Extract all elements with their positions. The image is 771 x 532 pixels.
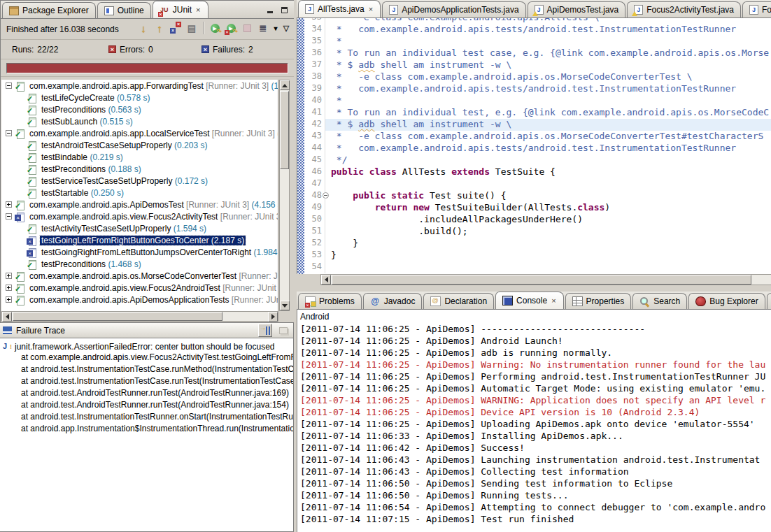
collapse-icon[interactable] [6, 130, 12, 136]
rerun-failed-first-icon[interactable]: ▶×↷ [224, 20, 238, 36]
rerun-test-icon[interactable]: ▶↷ [208, 20, 222, 36]
test-tree-row[interactable]: testActivityTestCaseSetUpProperly (1.594… [1, 222, 278, 234]
console-tab-properties[interactable]: Properties [565, 293, 632, 309]
test-tree-row[interactable]: com.example.android.apis.app.LocalServic… [1, 127, 278, 139]
test-tree-row[interactable]: testPreconditions (1.468 s) [1, 258, 278, 270]
test-tree-row[interactable]: com.example.android.apis.os.MorseCodeCon… [1, 270, 278, 282]
view-menu-icon[interactable]: ▽ [281, 20, 291, 36]
console-view[interactable]: Android [2011-07-14 11:06:25 - ApiDemos]… [297, 310, 771, 532]
console-tab-search[interactable]: Search [632, 293, 687, 309]
console-tab-label: Javadoc [384, 296, 416, 306]
test-tree-row[interactable]: testStartable (0.250 s) [1, 187, 278, 199]
dropdown-arrow-icon[interactable]: ▾ [272, 20, 279, 36]
test-tree-row[interactable]: testGoingRightFromLeftButtonJumpsOverCen… [1, 246, 278, 258]
test-tree-row[interactable]: testServiceTestCaseSetUpProperly (0.172 … [1, 175, 278, 187]
test-run-history-icon[interactable]: ≣ [256, 20, 270, 36]
collapse-icon[interactable] [6, 213, 12, 220]
code-text: */ [325, 154, 771, 166]
console-line: [2011-07-14 11:06:43 - ApiDemos] Collect… [297, 466, 771, 478]
view-menu-icon[interactable] [3, 326, 12, 334]
console-icon [502, 296, 513, 305]
view-tab-outline[interactable]: Outline [97, 2, 151, 18]
failure-trace-line[interactable]: at android.test.AndroidTestRunner.runTes… [0, 400, 293, 412]
scroll-right-icon[interactable] [268, 312, 278, 322]
expand-icon[interactable] [6, 285, 12, 291]
failure-trace-line[interactable]: Jjunit.framework.AssertionFailedError: c… [0, 340, 293, 352]
scrollbar-thumb[interactable] [332, 275, 751, 285]
scroll-left-icon[interactable] [321, 275, 331, 285]
java-editor[interactable]: 33 * -e class com.example.android.apis.A… [297, 18, 771, 274]
show-trace-in-console-icon[interactable] [258, 324, 272, 337]
view-tab-junit[interactable]: JUJUnit× [153, 1, 208, 18]
test-tree-row[interactable]: testLifeCycleCreate (0.578 s) [1, 92, 278, 103]
test-tree-row[interactable]: com.example.android.apis.view.Focus2Acti… [1, 210, 278, 222]
scrollbar-thumb[interactable] [13, 312, 222, 321]
line-number: 39 [304, 83, 325, 95]
console-tab-declaration[interactable]: Declaration [423, 293, 494, 309]
errors-counter: × Errors: 0 [108, 45, 196, 55]
console-line: [2011-07-14 11:06:54 - ApiDemos] Attempt… [297, 502, 771, 514]
editor-horizontal-scrollbar[interactable] [320, 274, 771, 285]
failure-trace-line[interactable]: at com.example.android.apis.view.Focus2A… [0, 352, 293, 364]
tree-vertical-scrollbar[interactable] [279, 80, 290, 311]
test-tree-row[interactable]: testAndroidTestCaseSetupProperly (0.203 … [1, 139, 278, 151]
fold-collapse-icon[interactable] [323, 192, 329, 199]
test-tree-row[interactable]: testGoingLeftFromRightButtonGoesToCenter… [1, 234, 278, 246]
close-icon[interactable]: × [195, 6, 201, 14]
console-tab-console[interactable]: Console× [495, 292, 563, 309]
console-tab-problems[interactable]: Problems [298, 293, 362, 309]
test-tree-row[interactable]: com.example.android.apis.ApiDemosTest [R… [1, 199, 278, 210]
test-tree-row[interactable]: com.example.android.apis.ApiDemosApplica… [1, 294, 278, 305]
expand-icon[interactable] [6, 273, 12, 279]
scroll-left-icon[interactable] [2, 312, 12, 322]
expand-icon[interactable] [6, 296, 12, 303]
test-tree-row[interactable]: testPreconditions (0.188 s) [1, 163, 278, 175]
line-number: 52 [304, 238, 325, 250]
editor-tab-Focus2ActivityTest-java[interactable]: JFocus2ActivityTest.java [627, 1, 741, 17]
tree-horizontal-scrollbar[interactable] [1, 311, 278, 322]
failures-only-icon[interactable]: ×× [169, 20, 183, 36]
failure-trace-body[interactable]: Jjunit.framework.AssertionFailedError: c… [0, 338, 294, 532]
previous-failure-icon[interactable]: ↑ [153, 20, 167, 36]
scroll-lock-icon[interactable]: ▤ [185, 20, 199, 36]
test-tree-row[interactable]: testBindable (0.219 s) [1, 151, 278, 163]
failure-trace-line[interactable]: at android.test.InstrumentationTestCase.… [0, 376, 293, 388]
editor-tab-ApiDemosApplicationTests-java[interactable]: JApiDemosApplicationTests.java [382, 1, 525, 17]
collapse-icon[interactable] [6, 82, 12, 89]
junit-assertion-icon: J [3, 342, 12, 351]
minimize-icon[interactable] [264, 5, 276, 15]
test-name: testLifeCycleCreate [41, 93, 117, 103]
console-tab-javadoc[interactable]: @Javadoc [363, 293, 423, 309]
stop-icon[interactable] [240, 20, 254, 36]
console-tab-bug-explorer[interactable]: Bug Explorer [688, 293, 765, 309]
code-line: 37 * $ adb shell am instrument -w \ [304, 59, 771, 71]
test-label: com.example.android.apis.app.LocalServic… [28, 129, 278, 138]
next-failure-icon[interactable]: ↓ [136, 20, 150, 36]
failure-trace-line[interactable]: at android.test.InstrumentationTestRunne… [0, 412, 293, 424]
maximize-icon[interactable] [278, 5, 290, 15]
scroll-down-icon[interactable] [280, 301, 290, 310]
close-icon[interactable]: × [551, 296, 556, 305]
test-tree-row[interactable]: com.example.android.apis.view.Focus2Andr… [1, 282, 278, 294]
failure-trace-line[interactable]: at android.app.Instrumentation$Instrumen… [0, 424, 293, 436]
junit-test-tree[interactable]: com.example.android.apis.app.ForwardingT… [1, 80, 278, 311]
console-line: [2011-07-14 11:06:25 - ApiDemos] Android… [297, 336, 771, 347]
console-tab-history[interactable]: History [767, 293, 771, 309]
test-tree-row[interactable]: com.example.android.apis.app.ForwardingT… [1, 80, 278, 92]
test-tree-row[interactable]: testSubLaunch (0.515 s) [1, 115, 278, 127]
failure-trace-line[interactable]: at android.test.InstrumentationTestCase.… [0, 364, 293, 376]
editor-tab-AllTests-java[interactable]: JAllTests.java× [298, 0, 381, 17]
scroll-up-icon[interactable] [280, 80, 290, 90]
expand-icon[interactable] [6, 201, 12, 208]
test-progress-bar [6, 63, 288, 73]
view-tab-package-explorer[interactable]: Package Explorer [2, 2, 96, 18]
junit-counters: Runs: 22/22 × Errors: 0 × Failures: 2 [1, 40, 294, 59]
close-icon[interactable]: × [368, 5, 374, 13]
scrollbar-thumb[interactable] [280, 91, 289, 169]
failure-trace-line[interactable]: at android.test.AndroidTestRunner.runTes… [0, 388, 293, 400]
test-name: com.example.android.apis.view.Focus2Acti… [29, 212, 220, 222]
junit-toolbar: ↓↑××▤▶↷▶×↷≣▾▽ [136, 20, 291, 36]
editor-tab-ApiDemosTest-java[interactable]: JApiDemosTest.java [528, 1, 626, 17]
test-tree-row[interactable]: testPreconditions (0.563 s) [1, 103, 278, 115]
editor-tab-Focus2AndroidTest-java[interactable]: JFocus2AndroidTest.java [742, 1, 771, 17]
